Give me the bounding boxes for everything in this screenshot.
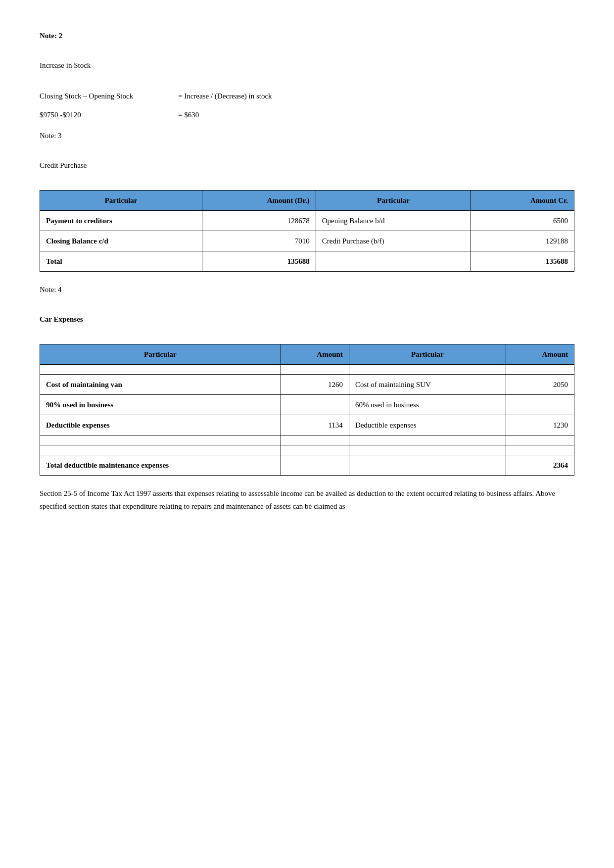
credit-col-amount-dr: Amount (Dr.) — [202, 191, 316, 211]
car-particular-right: Cost of maintaining SUV — [349, 375, 506, 395]
credit-col-amount-cr: Amount Cr. — [471, 191, 574, 211]
table-row: 90% used in business 60% used in busines… — [40, 395, 574, 415]
car-particular-left — [40, 445, 281, 455]
credit-col-particular-right: Particular — [316, 191, 471, 211]
credit-amount-dr: 7010 — [202, 231, 316, 251]
car-particular-left: 90% used in business — [40, 395, 281, 415]
credit-amount-cr: 129188 — [471, 231, 574, 251]
car-amount-right — [506, 445, 574, 455]
formula-left-2: $9750 -$9120 — [40, 109, 148, 121]
credit-table-header-row: Particular Amount (Dr.) Particular Amoun… — [40, 191, 574, 211]
car-amount-right — [506, 395, 574, 415]
formula-row-2: $9750 -$9120 = $630 — [40, 109, 574, 121]
car-particular-left: Cost of maintaining van — [40, 375, 281, 395]
car-amount-left — [281, 445, 349, 455]
car-amount-left — [281, 455, 349, 476]
table-row: Total deductible maintenance expenses 23… — [40, 455, 574, 476]
credit-particular-left: Total — [40, 251, 202, 272]
car-amount-right: 2364 — [506, 455, 574, 476]
car-table-header-row: Particular Amount Particular Amount — [40, 344, 574, 365]
table-row: Closing Balance c/d 7010 Credit Purchase… — [40, 231, 574, 251]
car-amount-right — [506, 365, 574, 375]
note-4-section: Note: 4 Car Expenses Particular Amount P… — [40, 284, 574, 476]
car-amount-right — [506, 435, 574, 445]
credit-particular-left: Closing Balance c/d — [40, 231, 202, 251]
car-col-particular-left: Particular — [40, 344, 281, 365]
note-4-title: Car Expenses — [40, 313, 574, 325]
car-particular-left: Total deductible maintenance expenses — [40, 455, 281, 476]
formula-right-1: = Increase / (Decrease) in stock — [178, 90, 272, 102]
credit-purchase-table: Particular Amount (Dr.) Particular Amoun… — [40, 190, 574, 272]
car-particular-right: Deductible expenses — [349, 415, 506, 435]
car-particular-left — [40, 365, 281, 375]
credit-particular-right: Credit Purchase (b/f) — [316, 231, 471, 251]
table-row — [40, 365, 574, 375]
car-amount-left: 1260 — [281, 375, 349, 395]
table-row — [40, 445, 574, 455]
credit-amount-cr: 6500 — [471, 211, 574, 231]
formula-row-1: Closing Stock – Opening Stock = Increase… — [40, 90, 574, 102]
credit-amount-cr: 135688 — [471, 251, 574, 272]
credit-particular-right: Opening Balance b/d — [316, 211, 471, 231]
credit-col-particular-left: Particular — [40, 191, 202, 211]
table-row: Deductible expenses 1134 Deductible expe… — [40, 415, 574, 435]
car-amount-right: 1230 — [506, 415, 574, 435]
car-expenses-table: Particular Amount Particular Amount Cost… — [40, 344, 574, 476]
car-particular-right — [349, 435, 506, 445]
formula-left-1: Closing Stock – Opening Stock — [40, 90, 148, 102]
credit-amount-dr: 135688 — [202, 251, 316, 272]
car-particular-left — [40, 435, 281, 445]
car-particular-right — [349, 365, 506, 375]
car-col-particular-right: Particular — [349, 344, 506, 365]
car-col-amount-left: Amount — [281, 344, 349, 365]
car-amount-left — [281, 395, 349, 415]
table-row: Payment to creditors 128678 Opening Bala… — [40, 211, 574, 231]
car-particular-left: Deductible expenses — [40, 415, 281, 435]
note-2-label: Note: 2 — [40, 30, 574, 42]
note-4-label: Note: 4 — [40, 284, 574, 295]
car-amount-left — [281, 365, 349, 375]
car-amount-left: 1134 — [281, 415, 349, 435]
car-particular-right — [349, 445, 506, 455]
closing-paragraph: Section 25-5 of Income Tax Act 1997 asse… — [40, 487, 574, 513]
car-col-amount-right: Amount — [506, 344, 574, 365]
car-particular-right — [349, 455, 506, 476]
note-2-title: Increase in Stock — [40, 59, 574, 71]
note-3-label: Note: 3 — [40, 130, 574, 142]
car-amount-right: 2050 — [506, 375, 574, 395]
car-amount-left — [281, 435, 349, 445]
credit-particular-right — [316, 251, 471, 272]
table-row — [40, 435, 574, 445]
table-row: Cost of maintaining van 1260 Cost of mai… — [40, 375, 574, 395]
credit-amount-dr: 128678 — [202, 211, 316, 231]
credit-particular-left: Payment to creditors — [40, 211, 202, 231]
car-particular-right: 60% used in business — [349, 395, 506, 415]
note-3-section: Note: 3 Credit Purchase Particular Amoun… — [40, 130, 574, 272]
table-row: Total 135688 135688 — [40, 251, 574, 272]
note-2-section: Note: 2 Increase in Stock Closing Stock … — [40, 30, 574, 121]
note-3-title: Credit Purchase — [40, 159, 574, 171]
formula-right-2: = $630 — [178, 109, 199, 121]
